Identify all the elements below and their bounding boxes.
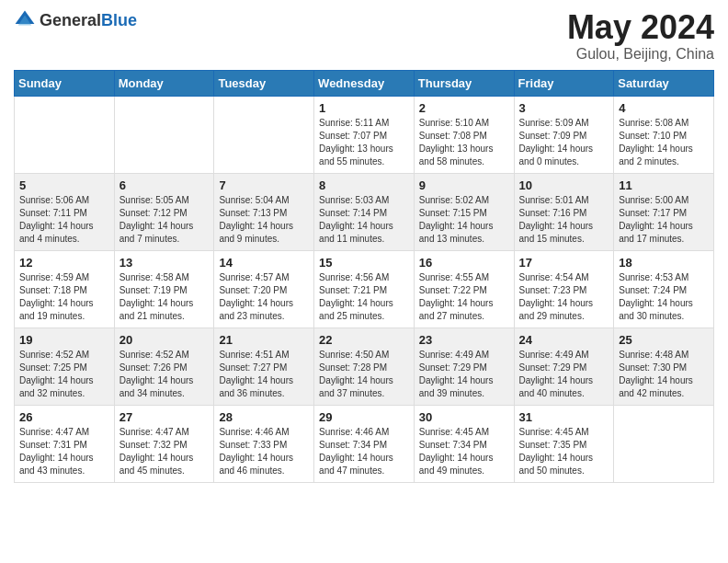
day-info: Sunrise: 4:46 AMSunset: 7:33 PMDaylight:… <box>219 426 309 477</box>
calendar-cell: 24Sunrise: 4:49 AMSunset: 7:29 PMDayligh… <box>514 327 614 405</box>
calendar-cell <box>15 96 115 173</box>
day-number: 29 <box>319 410 409 424</box>
day-number: 10 <box>519 178 609 192</box>
logo: GeneralBlue <box>14 9 137 31</box>
header-saturday: Saturday <box>614 70 714 96</box>
day-number: 18 <box>619 256 709 270</box>
calendar-cell: 22Sunrise: 4:50 AMSunset: 7:28 PMDayligh… <box>314 327 415 405</box>
calendar-cell: 21Sunrise: 4:51 AMSunset: 7:27 PMDayligh… <box>214 327 314 405</box>
day-info: Sunrise: 4:56 AMSunset: 7:21 PMDaylight:… <box>319 271 409 323</box>
calendar-table: Sunday Monday Tuesday Wednesday Thursday… <box>14 70 714 483</box>
week-row-4: 19Sunrise: 4:52 AMSunset: 7:25 PMDayligh… <box>15 327 714 405</box>
calendar-cell: 23Sunrise: 4:49 AMSunset: 7:29 PMDayligh… <box>414 327 514 405</box>
day-info: Sunrise: 4:55 AMSunset: 7:22 PMDaylight:… <box>419 271 509 323</box>
calendar-cell: 28Sunrise: 4:46 AMSunset: 7:33 PMDayligh… <box>214 405 314 482</box>
day-info: Sunrise: 4:49 AMSunset: 7:29 PMDaylight:… <box>519 349 609 400</box>
calendar-cell: 3Sunrise: 5:09 AMSunset: 7:09 PMDaylight… <box>514 96 614 173</box>
header-wednesday: Wednesday <box>314 70 415 96</box>
day-number: 27 <box>119 410 210 424</box>
day-info: Sunrise: 5:03 AMSunset: 7:14 PMDaylight:… <box>319 194 409 246</box>
day-info: Sunrise: 5:05 AMSunset: 7:12 PMDaylight:… <box>119 194 210 246</box>
day-info: Sunrise: 5:06 AMSunset: 7:11 PMDaylight:… <box>19 194 109 246</box>
title-area: May 2024 Gulou, Beijing, China <box>567 9 714 63</box>
calendar-cell: 27Sunrise: 4:47 AMSunset: 7:32 PMDayligh… <box>114 405 214 482</box>
week-row-3: 12Sunrise: 4:59 AMSunset: 7:18 PMDayligh… <box>15 250 714 327</box>
day-number: 12 <box>19 256 109 270</box>
calendar-page: GeneralBlue May 2024 Gulou, Beijing, Chi… <box>0 0 728 497</box>
calendar-cell: 11Sunrise: 5:00 AMSunset: 7:17 PMDayligh… <box>614 173 714 250</box>
day-info: Sunrise: 4:48 AMSunset: 7:30 PMDaylight:… <box>619 349 709 400</box>
calendar-cell: 7Sunrise: 5:04 AMSunset: 7:13 PMDaylight… <box>214 173 314 250</box>
day-number: 16 <box>419 256 509 270</box>
calendar-cell: 1Sunrise: 5:11 AMSunset: 7:07 PMDaylight… <box>314 96 415 173</box>
day-info: Sunrise: 5:04 AMSunset: 7:13 PMDaylight:… <box>219 194 309 246</box>
weekday-header-row: Sunday Monday Tuesday Wednesday Thursday… <box>15 70 714 96</box>
day-number: 20 <box>119 333 210 347</box>
calendar-cell: 31Sunrise: 4:45 AMSunset: 7:35 PMDayligh… <box>514 405 614 482</box>
day-number: 23 <box>419 333 509 347</box>
day-info: Sunrise: 4:49 AMSunset: 7:29 PMDaylight:… <box>419 349 509 400</box>
logo-text: GeneralBlue <box>40 11 137 30</box>
calendar-cell: 20Sunrise: 4:52 AMSunset: 7:26 PMDayligh… <box>114 327 214 405</box>
day-number: 13 <box>119 256 210 270</box>
day-info: Sunrise: 4:57 AMSunset: 7:20 PMDaylight:… <box>219 271 309 323</box>
day-number: 8 <box>319 178 409 192</box>
day-info: Sunrise: 4:53 AMSunset: 7:24 PMDaylight:… <box>619 271 709 323</box>
day-number: 7 <box>219 178 309 192</box>
calendar-cell: 26Sunrise: 4:47 AMSunset: 7:31 PMDayligh… <box>15 405 115 482</box>
calendar-cell <box>214 96 314 173</box>
header-thursday: Thursday <box>414 70 514 96</box>
day-number: 25 <box>619 333 709 347</box>
day-info: Sunrise: 5:10 AMSunset: 7:08 PMDaylight:… <box>419 117 509 168</box>
calendar-cell: 8Sunrise: 5:03 AMSunset: 7:14 PMDaylight… <box>314 173 415 250</box>
day-number: 6 <box>119 178 210 192</box>
calendar-cell: 12Sunrise: 4:59 AMSunset: 7:18 PMDayligh… <box>15 250 115 327</box>
day-info: Sunrise: 5:11 AMSunset: 7:07 PMDaylight:… <box>319 117 409 168</box>
calendar-cell: 13Sunrise: 4:58 AMSunset: 7:19 PMDayligh… <box>114 250 214 327</box>
day-number: 17 <box>519 256 609 270</box>
calendar-cell: 2Sunrise: 5:10 AMSunset: 7:08 PMDaylight… <box>414 96 514 173</box>
day-number: 24 <box>519 333 609 347</box>
day-number: 2 <box>419 101 509 115</box>
day-info: Sunrise: 4:45 AMSunset: 7:35 PMDaylight:… <box>519 426 609 477</box>
day-number: 30 <box>419 410 509 424</box>
calendar-cell: 19Sunrise: 4:52 AMSunset: 7:25 PMDayligh… <box>15 327 115 405</box>
day-number: 9 <box>419 178 509 192</box>
header-tuesday: Tuesday <box>214 70 314 96</box>
day-info: Sunrise: 4:45 AMSunset: 7:34 PMDaylight:… <box>419 426 509 477</box>
calendar-cell: 18Sunrise: 4:53 AMSunset: 7:24 PMDayligh… <box>614 250 714 327</box>
day-info: Sunrise: 5:00 AMSunset: 7:17 PMDaylight:… <box>619 194 709 246</box>
day-info: Sunrise: 4:46 AMSunset: 7:34 PMDaylight:… <box>319 426 409 477</box>
day-info: Sunrise: 4:52 AMSunset: 7:26 PMDaylight:… <box>119 349 210 400</box>
logo-icon <box>14 9 36 31</box>
header-friday: Friday <box>514 70 614 96</box>
calendar-cell: 14Sunrise: 4:57 AMSunset: 7:20 PMDayligh… <box>214 250 314 327</box>
day-number: 15 <box>319 256 409 270</box>
day-info: Sunrise: 4:47 AMSunset: 7:32 PMDaylight:… <box>119 426 210 477</box>
calendar-cell: 17Sunrise: 4:54 AMSunset: 7:23 PMDayligh… <box>514 250 614 327</box>
day-number: 11 <box>619 178 709 192</box>
day-number: 4 <box>619 101 709 115</box>
day-info: Sunrise: 5:08 AMSunset: 7:10 PMDaylight:… <box>619 117 709 168</box>
calendar-cell <box>614 405 714 482</box>
day-info: Sunrise: 5:02 AMSunset: 7:15 PMDaylight:… <box>419 194 509 246</box>
day-info: Sunrise: 4:50 AMSunset: 7:28 PMDaylight:… <box>319 349 409 400</box>
calendar-cell: 15Sunrise: 4:56 AMSunset: 7:21 PMDayligh… <box>314 250 415 327</box>
day-info: Sunrise: 4:52 AMSunset: 7:25 PMDaylight:… <box>19 349 109 400</box>
week-row-1: 1Sunrise: 5:11 AMSunset: 7:07 PMDaylight… <box>15 96 714 173</box>
day-info: Sunrise: 5:09 AMSunset: 7:09 PMDaylight:… <box>519 117 609 168</box>
day-info: Sunrise: 4:54 AMSunset: 7:23 PMDaylight:… <box>519 271 609 323</box>
week-row-2: 5Sunrise: 5:06 AMSunset: 7:11 PMDaylight… <box>15 173 714 250</box>
logo-blue: Blue <box>101 11 137 29</box>
calendar-cell: 9Sunrise: 5:02 AMSunset: 7:15 PMDaylight… <box>414 173 514 250</box>
calendar-cell: 10Sunrise: 5:01 AMSunset: 7:16 PMDayligh… <box>514 173 614 250</box>
day-number: 19 <box>19 333 109 347</box>
calendar-cell <box>114 96 214 173</box>
calendar-cell: 25Sunrise: 4:48 AMSunset: 7:30 PMDayligh… <box>614 327 714 405</box>
calendar-cell: 29Sunrise: 4:46 AMSunset: 7:34 PMDayligh… <box>314 405 415 482</box>
header-sunday: Sunday <box>15 70 115 96</box>
calendar-cell: 16Sunrise: 4:55 AMSunset: 7:22 PMDayligh… <box>414 250 514 327</box>
main-title: May 2024 <box>567 9 714 46</box>
calendar-cell: 4Sunrise: 5:08 AMSunset: 7:10 PMDaylight… <box>614 96 714 173</box>
day-number: 21 <box>219 333 309 347</box>
